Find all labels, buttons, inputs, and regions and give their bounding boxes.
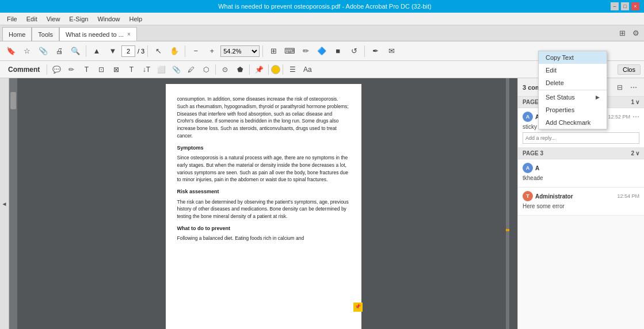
sticky-note-btn[interactable]: 💬 — [49, 63, 63, 76]
tab-tools[interactable]: Tools — [32, 27, 59, 41]
markup-btn[interactable]: ✏ — [298, 44, 313, 59]
add-checkmark-label: Add Checkmark — [546, 119, 590, 126]
close-panel-btn[interactable]: Clos — [618, 64, 641, 75]
context-menu-properties[interactable]: Properties — [539, 104, 607, 116]
menu-view[interactable]: View — [42, 14, 65, 24]
comment1-reply-input[interactable] — [523, 132, 639, 144]
marker-btn[interactable]: 🖊 — [184, 63, 198, 76]
tab-home[interactable]: Home — [2, 27, 32, 41]
tab-document-label: What is needed to ... — [66, 31, 124, 38]
context-menu-set-status[interactable]: Set Status ▶ — [539, 91, 607, 104]
font-btn[interactable]: Aa — [300, 63, 314, 76]
sign-btn[interactable]: ✒ — [368, 44, 383, 59]
pdf-vscrollbar[interactable] — [9, 78, 17, 329]
stamp-btn[interactable]: 🔷 — [314, 44, 329, 59]
page-input[interactable] — [121, 45, 135, 57]
comment3-text: Here some error — [523, 203, 639, 209]
pdf-para-2: Since osteoporosis is a natural process … — [177, 154, 350, 183]
pin-btn[interactable]: 📌 — [252, 63, 266, 76]
tab-close-button[interactable]: × — [127, 31, 131, 37]
share-btn[interactable]: ✉ — [384, 44, 399, 59]
bookmark-btn[interactable]: 🔖 — [3, 44, 18, 59]
properties-label: Properties — [546, 106, 574, 113]
comment2-text: tkheade — [523, 175, 639, 181]
pdf-content: consumption. In addition, some diseases … — [177, 95, 350, 242]
rotate-btn[interactable]: ↺ — [346, 44, 361, 59]
menu-window[interactable]: Window — [93, 14, 124, 24]
settings-icon[interactable]: ⚙ — [630, 27, 642, 39]
pdf-para-1: consumption. In addition, some diseases … — [177, 95, 350, 140]
ctool-sep4 — [283, 64, 283, 75]
text-box-btn[interactable]: ⊡ — [94, 63, 108, 76]
set-status-label: Set Status — [546, 94, 575, 101]
menu-bar: File Edit View E-Sign Window Help — [0, 13, 644, 25]
copy-text-label: Copy Text — [546, 54, 574, 61]
shape-btn[interactable]: ⬡ — [199, 63, 213, 76]
markup-tool-btn[interactable]: ⊙ — [218, 63, 232, 76]
sep2 — [147, 45, 148, 57]
select-tool-btn[interactable]: ↖ — [151, 44, 166, 59]
menu-file[interactable]: File — [2, 14, 22, 24]
page-up-btn[interactable]: ▲ — [89, 44, 104, 59]
line-style-btn[interactable]: ☰ — [285, 63, 299, 76]
attach-tool-btn[interactable]: 📎 — [169, 63, 183, 76]
attach-btn[interactable]: 📎 — [36, 44, 51, 59]
context-menu-edit[interactable]: Edit — [539, 64, 607, 76]
comment2-author: A — [535, 165, 639, 171]
comment3-time: 12:54 PM — [617, 193, 639, 199]
pdf-para-4: Following a balanced diet. Eating foods … — [177, 235, 350, 242]
fit-page-btn[interactable]: ⊞ — [266, 44, 281, 59]
pdf-section-risk: Risk assessment — [177, 188, 350, 196]
redact-btn[interactable]: ■ — [330, 44, 345, 59]
keyboard-btn[interactable]: ⌨ — [282, 44, 297, 59]
ctool-sep0 — [47, 64, 47, 75]
comment2-header: A A — [523, 163, 639, 173]
pdf-page: consumption. In addition, some diseases … — [166, 84, 361, 329]
close-window-button[interactable]: × — [631, 2, 639, 10]
text-edit-btn[interactable]: ↓T — [139, 63, 153, 76]
context-menu-copy-text[interactable]: Copy Text — [539, 51, 607, 64]
scroll-thumb — [10, 92, 16, 109]
page3-label: PAGE 3 — [523, 150, 543, 156]
text-btn[interactable]: T — [79, 63, 93, 76]
callout-btn[interactable]: ⊠ — [109, 63, 123, 76]
menu-edit[interactable]: Edit — [22, 14, 42, 24]
zoom-in-btn[interactable]: + — [204, 44, 219, 59]
sticky-note-icon[interactable]: 📌 — [353, 303, 363, 312]
zoom-out-btn[interactable]: − — [188, 44, 203, 59]
comment-item-3: T Administrator 12:54 PM Here some error — [518, 188, 644, 216]
filter-comments-btn[interactable]: ⊟ — [614, 82, 626, 93]
maximize-button[interactable]: □ — [621, 2, 629, 10]
delete-label: Delete — [546, 79, 564, 86]
menu-help[interactable]: Help — [125, 14, 147, 24]
left-panel-toggle[interactable]: ◄ — [0, 78, 9, 329]
sep3 — [185, 45, 185, 57]
print-btn[interactable]: 🖨 — [52, 44, 67, 59]
ctool-sep1 — [215, 64, 216, 75]
star-btn[interactable]: ☆ — [20, 44, 35, 59]
page2-count: 1 — [631, 99, 634, 105]
comment-label: Comment — [3, 66, 44, 74]
shape2-btn[interactable]: ⬟ — [233, 63, 247, 76]
comment1-menu-btn[interactable]: ⋯ — [632, 113, 639, 121]
page-down-btn[interactable]: ▼ — [105, 44, 120, 59]
pdf-viewer: consumption. In addition, some diseases … — [9, 78, 517, 329]
find-btn[interactable]: 🔍 — [68, 44, 83, 59]
zoom-select[interactable]: 54.2% 50% 75% 100% — [220, 45, 260, 57]
context-menu: Copy Text Edit Delete Set Status ▶ Prope… — [538, 51, 607, 129]
minimize-button[interactable]: – — [611, 2, 619, 10]
page-separator: / 3 — [138, 48, 144, 55]
highlight-btn[interactable]: ✏ — [64, 63, 78, 76]
typewriter-btn[interactable]: T — [124, 63, 138, 76]
tab-document[interactable]: What is needed to ... × — [59, 27, 137, 41]
menu-esign[interactable]: E-Sign — [64, 14, 93, 24]
stamp-tool-btn[interactable]: ⬜ — [154, 63, 168, 76]
hand-tool-btn[interactable]: ✋ — [167, 44, 182, 59]
scroll-marker — [506, 229, 509, 231]
context-menu-add-checkmark[interactable]: Add Checkmark — [539, 116, 607, 129]
pdf-right-scrollbar — [506, 78, 509, 329]
context-menu-delete[interactable]: Delete — [539, 76, 607, 89]
more-comments-btn[interactable]: ⋯ — [628, 82, 639, 93]
new-window-icon[interactable]: ⊞ — [616, 27, 628, 39]
color-picker[interactable] — [271, 65, 280, 74]
